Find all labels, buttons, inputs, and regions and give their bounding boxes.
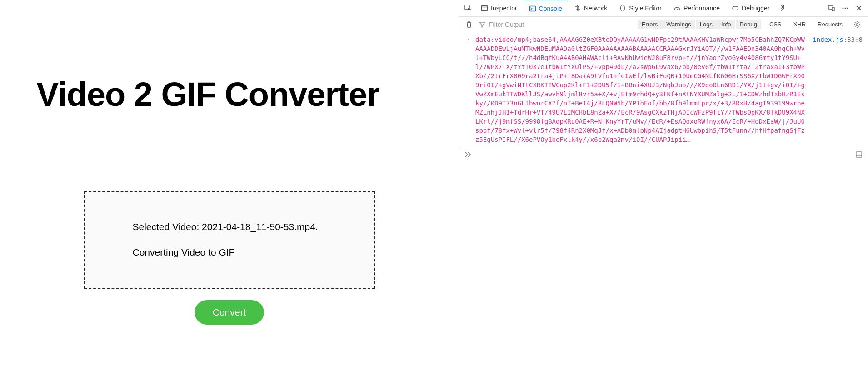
tab-performance[interactable]: Performance <box>668 0 725 17</box>
log-level-filters: Errors Warnings Logs Info Debug <box>638 20 761 29</box>
svg-point-9 <box>845 8 846 9</box>
filter-info[interactable]: Info <box>717 20 736 29</box>
page-title: Video 2 GIF Converter <box>36 75 422 114</box>
filter-output-field[interactable] <box>479 20 543 29</box>
console-log-row[interactable]: data:video/mp4;base64,AAAAGGZ0eXBtcDQyAA… <box>459 34 868 145</box>
filter-logs[interactable]: Logs <box>696 20 717 29</box>
svg-line-4 <box>677 8 678 10</box>
tab-console[interactable]: Console <box>524 0 568 16</box>
console-toolbar: Errors Warnings Logs Info Debug CSS XHR … <box>459 17 868 32</box>
devtools-close-button[interactable] <box>853 2 865 15</box>
tab-inspector[interactable]: Inspector <box>475 0 523 17</box>
tab-label: Console <box>539 5 562 12</box>
tab-label: Debugger <box>742 5 770 12</box>
tab-label: Style Editor <box>629 5 662 12</box>
devtools-panel: Inspector Console Network <box>459 0 868 391</box>
console-icon <box>529 5 536 12</box>
filter-output-input[interactable] <box>488 20 543 29</box>
filter-warnings[interactable]: Warnings <box>662 20 695 29</box>
filter-css[interactable]: CSS <box>766 20 785 29</box>
responsive-design-button[interactable] <box>825 2 838 15</box>
style-editor-icon <box>619 5 626 12</box>
tab-label: Performance <box>683 5 720 12</box>
conversion-status-label: Converting Video to GIF <box>133 245 374 260</box>
devtools-menu-button[interactable] <box>839 2 852 15</box>
network-icon <box>574 5 581 12</box>
filter-debug[interactable]: Debug <box>736 20 761 29</box>
tab-network[interactable]: Network <box>569 0 613 17</box>
tab-debugger[interactable]: Debugger <box>726 0 775 17</box>
svg-rect-5 <box>733 6 738 10</box>
log-source-link[interactable]: index.js:33:8 <box>813 35 863 44</box>
console-settings-button[interactable] <box>851 18 863 31</box>
tab-style-editor[interactable]: Style Editor <box>614 0 667 17</box>
prompt-chevrons-icon <box>464 151 473 158</box>
tab-label: Inspector <box>491 5 517 12</box>
console-input-row[interactable] <box>459 148 868 161</box>
svg-point-10 <box>847 8 848 9</box>
funnel-icon <box>479 21 485 28</box>
console-output: data:video/mp4;base64,AAAAGGZ0eXBtcDQyAA… <box>459 32 868 148</box>
svg-rect-7 <box>832 7 834 11</box>
filter-requests[interactable]: Requests <box>814 20 846 29</box>
svg-rect-1 <box>482 6 488 11</box>
split-console-button[interactable] <box>855 151 863 158</box>
clear-console-button[interactable] <box>464 21 474 28</box>
filter-errors[interactable]: Errors <box>638 20 662 29</box>
svg-rect-3 <box>529 6 535 11</box>
selected-video-label: Selected Video: 2021-04-18_11-50-53.mp4. <box>133 219 374 235</box>
inspector-icon <box>481 5 488 12</box>
debugger-icon <box>732 5 739 12</box>
convert-button[interactable]: Convert <box>195 300 264 325</box>
element-picker-button[interactable] <box>462 2 474 15</box>
app-pane: Video 2 GIF Converter Selected Video: 20… <box>0 0 459 391</box>
filter-xhr[interactable]: XHR <box>790 20 809 29</box>
svg-rect-14 <box>856 152 862 157</box>
svg-point-13 <box>856 23 858 25</box>
performance-icon <box>673 5 681 12</box>
tab-label: Network <box>584 5 607 12</box>
svg-point-8 <box>843 8 844 9</box>
devtools-tabbar: Inspector Console Network <box>459 0 868 17</box>
log-message: data:video/mp4;base64,AAAAGGZ0eXBtcDQyAA… <box>475 35 813 144</box>
video-dropzone[interactable]: Selected Video: 2021-04-18_11-50-53.mp4.… <box>84 191 375 289</box>
tabs-overflow-button[interactable] <box>776 2 789 15</box>
